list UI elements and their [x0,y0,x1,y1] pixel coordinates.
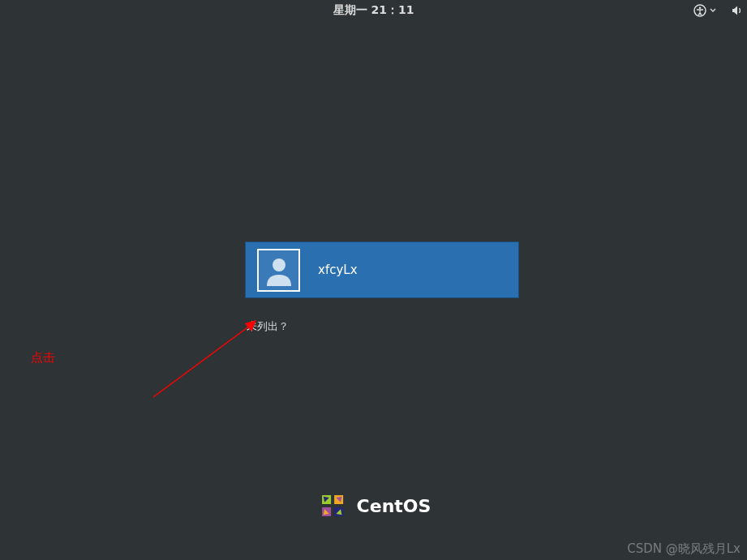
clock-datetime: 星期一 21：11 [333,3,414,18]
user-icon [263,254,295,286]
chevron-down-icon [710,7,716,14]
volume-icon [731,4,744,17]
accessibility-menu[interactable] [693,4,716,17]
volume-control[interactable] [731,4,744,17]
not-listed-button[interactable]: 未列出？ [245,319,289,334]
username-label: xfcyLx [318,263,358,277]
avatar [257,249,300,292]
svg-point-1 [699,6,702,9]
brand-name: CentOS [357,496,431,516]
top-panel-status-area [693,0,747,21]
distro-brand: CentOS [316,489,431,522]
annotation-label: 点击 [31,350,55,365]
svg-point-2 [273,259,285,271]
watermark: CSDN @晓风残月Lx [627,541,741,557]
user-tile[interactable]: xfcyLx [245,242,519,298]
svg-line-3 [153,323,253,397]
top-panel: 星期一 21：11 [0,0,747,21]
centos-logo-icon [316,489,349,522]
login-user-list: xfcyLx 未列出？ [245,242,521,334]
accessibility-icon [693,4,706,17]
